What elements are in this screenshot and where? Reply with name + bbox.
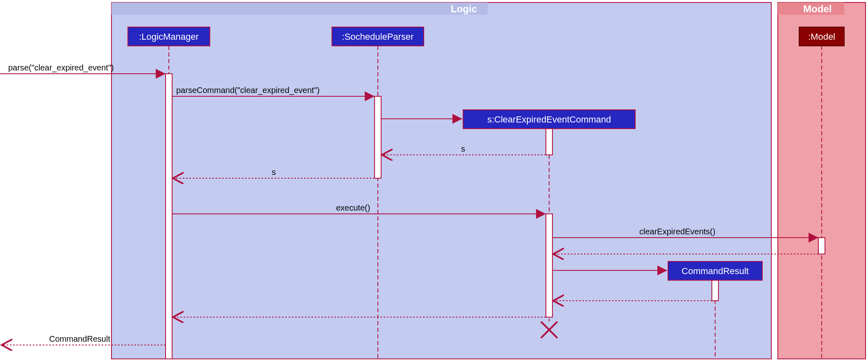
- activation-model: [818, 238, 825, 254]
- logic-frame: [111, 2, 771, 359]
- msg-clear-expired-label: clearExpiredEvents(): [639, 227, 716, 236]
- msg-return-s1-label: s: [461, 144, 465, 153]
- activation-logic-manager: [166, 74, 172, 359]
- activation-command-result: [712, 280, 718, 301]
- participant-sochedule-parser-label: :SocheduleParser: [342, 32, 414, 42]
- msg-return-s2-label: s: [272, 168, 276, 177]
- activation-clear-cmd-1: [546, 129, 552, 155]
- msg-command-result-out-label: CommandResult: [49, 334, 110, 343]
- activation-clear-cmd-2: [546, 214, 552, 317]
- participant-clear-cmd-label: s:ClearExpiredEventCommand: [487, 114, 611, 125]
- msg-execute-label: execute(): [336, 203, 370, 212]
- msg-parse-in-label: parse("clear_expired_event"): [8, 63, 114, 73]
- sequence-diagram: Logic Model :LogicManager :SochedulePars…: [0, 0, 868, 363]
- model-frame-label: Model: [803, 3, 832, 14]
- participant-model-label: :Model: [808, 32, 835, 42]
- logic-frame-label: Logic: [451, 3, 477, 14]
- participant-logic-manager-label: :LogicManager: [139, 32, 199, 42]
- activation-sochedule-parser: [375, 96, 381, 178]
- msg-parse-command-label: parseCommand("clear_expired_event"): [176, 86, 320, 95]
- participant-command-result-label: CommandResult: [682, 266, 749, 276]
